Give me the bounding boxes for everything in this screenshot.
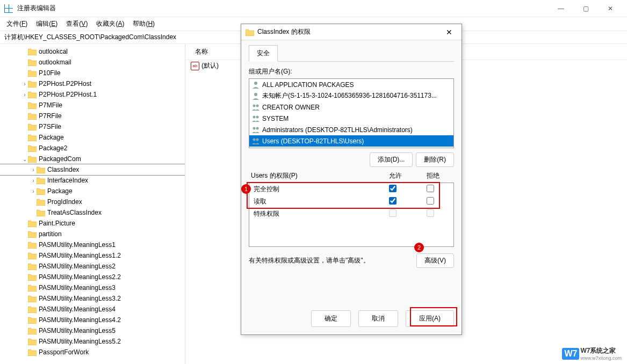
tree-item[interactable]: Paint.Picture — [0, 218, 185, 229]
permissions-dialog: ClassIndex 的权限 ✕ 安全 组或用户名(G): ALL APPLIC… — [241, 24, 462, 335]
expander-icon[interactable]: ⌄ — [21, 156, 28, 162]
svg-point-5 — [256, 115, 259, 118]
tree-item[interactable]: Package — [0, 132, 185, 143]
tree-item[interactable]: outlookmail — [0, 57, 185, 68]
cancel-button[interactable]: 取消 — [358, 310, 398, 327]
tree-item[interactable]: PASMUtility.MeaningLess2.2 — [0, 272, 185, 282]
watermark-url: www.w7xitong.com — [580, 355, 622, 361]
tab-strip: 安全 — [249, 45, 454, 62]
group-item[interactable]: 未知帐户(S-1-15-3-1024-1065365936-1281604716… — [249, 90, 453, 101]
tree-label: P2PHost.P2PHost — [39, 80, 91, 88]
tree-item[interactable]: PassportForWork — [0, 347, 185, 358]
tree-item[interactable]: ProgIdIndex — [0, 196, 185, 207]
expander-icon[interactable]: › — [21, 92, 28, 98]
tree-item[interactable]: PASMUtility.MeaningLess1 — [0, 239, 185, 250]
tree-item[interactable]: ›InterfaceIndex — [0, 175, 185, 186]
tree-item[interactable]: PASMUtility.MeaningLess2 — [0, 261, 185, 272]
tree-item[interactable]: P7RFile — [0, 111, 185, 121]
tree-item[interactable]: P7SFile — [0, 121, 185, 132]
group-label: SYSTEM — [262, 115, 289, 122]
menu-a[interactable]: 收藏夹(A) — [92, 17, 128, 31]
group-list[interactable]: ALL APPLICATION PACKAGES未知帐户(S-1-15-3-10… — [249, 78, 454, 148]
tree-item[interactable]: PASMUtility.MeaningLess5 — [0, 325, 185, 336]
add-button[interactable]: 添加(D)... — [370, 152, 413, 167]
tree-label: PASMUtility.MeaningLess1.2 — [39, 252, 121, 259]
tree-item[interactable]: outlookcal — [0, 46, 185, 57]
expander-icon[interactable]: › — [30, 167, 37, 173]
svg-point-3 — [256, 104, 259, 107]
tree-item[interactable]: ›P2PHost.P2PHost.1 — [0, 89, 185, 100]
tree-label: PASMUtility.MeaningLess1 — [39, 241, 116, 249]
tree-label: ClassIndex — [47, 166, 79, 173]
person-icon — [251, 81, 260, 89]
tree-item[interactable]: ›P2PHost.P2PHost — [0, 78, 185, 89]
tree-item[interactable]: PASMUtility.MeaningLess4.2 — [0, 315, 185, 325]
advanced-button[interactable]: 高级(V) — [416, 253, 454, 268]
tree-item[interactable]: PASMUtility.MeaningLess3 — [0, 282, 185, 293]
tree-label: Package2 — [39, 144, 67, 152]
titlebar: 注册表编辑器 — ▢ ✕ — [0, 0, 627, 17]
expander-icon[interactable]: › — [21, 81, 28, 87]
tree-item[interactable]: P10File — [0, 68, 185, 78]
value-name: (默认) — [201, 61, 219, 70]
group-item[interactable]: CREATOR OWNER — [249, 101, 453, 113]
app-icon — [4, 4, 13, 13]
expander-icon[interactable]: › — [30, 188, 37, 194]
group-item[interactable]: ALL APPLICATION PACKAGES — [249, 79, 453, 90]
people-icon — [251, 126, 260, 134]
tree-item[interactable]: ›Package — [0, 186, 185, 196]
tree-label: PASMUtility.MeaningLess5.2 — [39, 338, 121, 345]
tree-label: P2PHost.P2PHost.1 — [39, 91, 97, 98]
group-item[interactable]: Users (DESKTOP-82TLHLS\Users) — [249, 135, 453, 147]
remove-button[interactable]: 删除(R) — [416, 152, 454, 167]
menu-v[interactable]: 查看(V) — [62, 17, 92, 31]
tree-label: Package — [47, 187, 73, 195]
ok-button[interactable]: 确定 — [311, 310, 351, 327]
tree-label: P7RFile — [39, 112, 62, 120]
tree-item[interactable]: PASMUtility.MeaningLess3.2 — [0, 293, 185, 304]
tree-label: P7MFile — [39, 101, 62, 109]
group-label: ALL APPLICATION PACKAGES — [262, 81, 354, 89]
col-name[interactable]: 名称 — [191, 46, 212, 57]
svg-point-9 — [256, 138, 259, 141]
tree-item[interactable]: PASMUtility.MeaningLess1.2 — [0, 250, 185, 261]
minimize-button[interactable]: — — [549, 0, 573, 17]
advanced-hint: 有关特殊权限或高级设置，请单击"高级"。 — [249, 256, 413, 265]
group-item[interactable]: SYSTEM — [249, 113, 453, 124]
dialog-body: 安全 组或用户名(G): ALL APPLICATION PACKAGES未知帐… — [241, 40, 462, 305]
tree-label: PASMUtility.MeaningLess3.2 — [39, 295, 121, 302]
tree-label: PASMUtility.MeaningLess5 — [39, 327, 116, 334]
tree-label: outlookmail — [39, 59, 71, 66]
dialog-close-button[interactable]: ✕ — [441, 28, 457, 37]
reg-string-icon: ab — [191, 62, 199, 70]
close-button[interactable]: ✕ — [598, 0, 623, 17]
tab-security[interactable]: 安全 — [249, 45, 278, 62]
annotation-highlight-2 — [410, 307, 457, 326]
annotation-highlight-1 — [247, 182, 440, 209]
maximize-button[interactable]: ▢ — [573, 0, 598, 17]
tree-item[interactable]: ›ClassIndex — [0, 164, 185, 175]
tree-item[interactable]: Package2 — [0, 143, 185, 154]
svg-point-8 — [253, 138, 256, 141]
tree-item[interactable]: P7MFile — [0, 100, 185, 111]
tree-label: P10File — [39, 69, 61, 77]
watermark: W7 W7系统之家 www.w7xitong.com — [562, 346, 622, 361]
menu-e[interactable]: 编辑(E) — [32, 17, 62, 31]
tree-item[interactable]: ⌄PackagedCom — [0, 154, 185, 164]
group-item[interactable]: Administrators (DESKTOP-82TLHLS\Administ… — [249, 124, 453, 135]
tree-item[interactable]: partition — [0, 229, 185, 239]
tree-item[interactable]: TreatAsClassIndex — [0, 207, 185, 218]
tree-label: partition — [39, 230, 62, 238]
window-controls: — ▢ ✕ — [549, 0, 623, 17]
menu-h[interactable]: 帮助(H) — [128, 17, 159, 31]
people-icon — [251, 103, 260, 112]
tree-pane[interactable]: outlookcaloutlookmailP10File›P2PHost.P2P… — [0, 44, 185, 364]
allow-checkbox[interactable] — [389, 209, 397, 217]
tree-item[interactable]: PASMUtility.MeaningLess4 — [0, 304, 185, 315]
tree-item[interactable]: PASMUtility.MeaningLess5.2 — [0, 336, 185, 347]
deny-checkbox[interactable] — [427, 209, 434, 217]
expander-icon[interactable]: › — [30, 178, 37, 184]
perm-row: 特殊权限 — [249, 208, 453, 220]
dialog-footer: 确定 取消 应用(A) — [241, 305, 462, 334]
menu-f[interactable]: 文件(F) — [2, 17, 32, 31]
